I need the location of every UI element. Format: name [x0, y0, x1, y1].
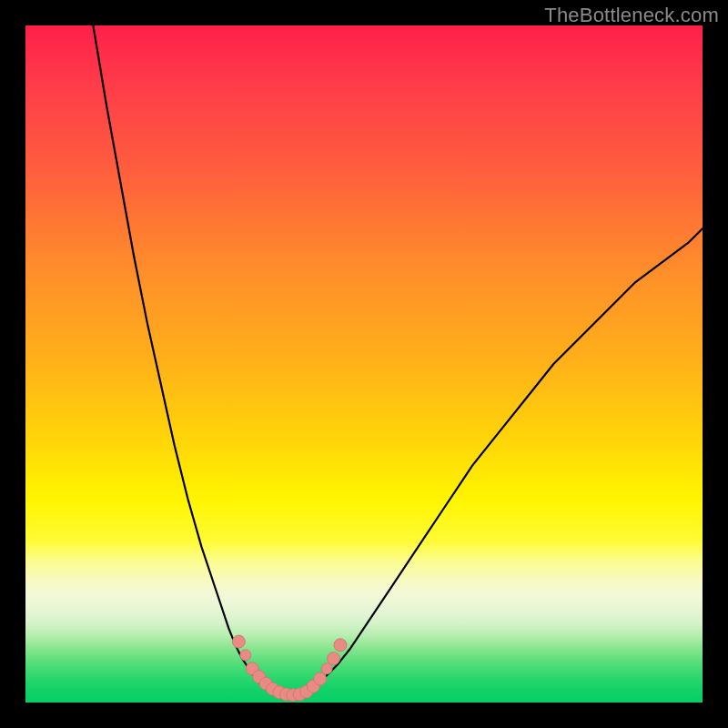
data-marker — [328, 652, 340, 665]
watermark-text: TheBottleneck.com — [544, 4, 719, 27]
curves-group — [93, 25, 703, 697]
markers-group — [232, 635, 347, 702]
plot-area — [25, 25, 703, 703]
data-marker — [232, 635, 245, 648]
data-marker — [334, 639, 347, 652]
data-marker — [240, 650, 251, 661]
data-marker — [321, 663, 332, 674]
bottleneck-curve — [93, 25, 703, 697]
data-marker — [314, 672, 327, 685]
chart-svg — [25, 25, 703, 703]
outer-frame: TheBottleneck.com — [0, 0, 728, 728]
